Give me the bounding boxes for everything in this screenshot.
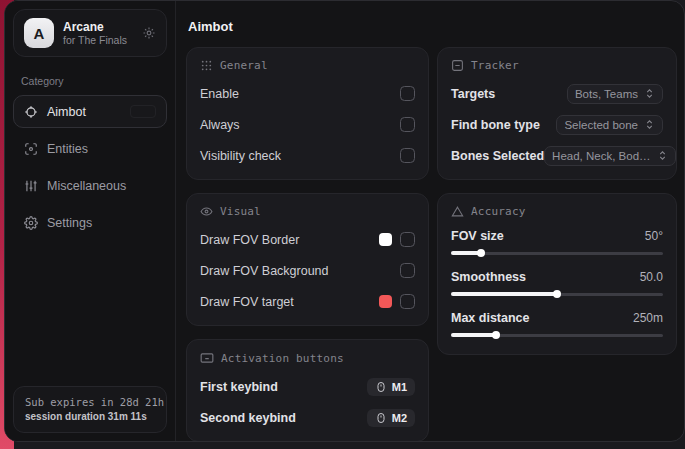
smoothness-slider[interactable] — [451, 288, 663, 300]
scan-eye-icon — [24, 142, 38, 156]
color-swatch[interactable] — [379, 295, 392, 308]
setting-row-targets: Targets Bots, Teams — [451, 83, 663, 104]
chevrons-up-down-icon — [644, 88, 655, 99]
sidebar-nav: Aimbot Entities Miscellaneous Settings — [5, 95, 175, 239]
setting-row-bones-selected: Bones Selected Head, Neck, Body, Pe... — [451, 145, 663, 166]
find-bone-type-select[interactable]: Selected bone — [556, 115, 663, 135]
app-subtitle: for The Finals — [63, 34, 133, 47]
card-accuracy: Accuracy FOV size 50° — [437, 193, 677, 355]
card-general: General Enable Always Visibility check — [186, 47, 429, 180]
card-activation-buttons: Activation buttons First keybind M1 Seco… — [186, 339, 429, 442]
slider-value: 50.0 — [640, 270, 663, 284]
setting-row-fov-size: FOV size 50° — [451, 229, 663, 259]
setting-row-smoothness: Smoothness 50.0 — [451, 270, 663, 300]
slider-value: 50° — [645, 229, 663, 243]
targets-select[interactable]: Bots, Teams — [567, 84, 663, 104]
sidebar-item-aimbot[interactable]: Aimbot — [13, 95, 167, 128]
sidebar: A Arcane for The Finals Category Aimbot — [5, 1, 176, 441]
slider-thumb[interactable] — [553, 290, 561, 298]
setting-row-second-keybind: Second keybind M2 — [200, 407, 415, 428]
card-title-label: Accuracy — [471, 205, 526, 218]
chevrons-up-down-icon — [644, 119, 655, 130]
app-title: Arcane — [63, 20, 133, 34]
gear-icon[interactable] — [142, 26, 156, 40]
keybind-value: M1 — [392, 381, 407, 393]
slider-thumb[interactable] — [492, 331, 500, 339]
setting-row-draw-fov-border: Draw FOV Border — [200, 229, 415, 250]
triangle-icon — [451, 205, 464, 218]
select-value: Head, Neck, Body, Pe... — [552, 150, 651, 162]
card-tracker: Tracker Targets Bots, Teams Find bone ty… — [437, 47, 677, 180]
select-value: Selected bone — [564, 119, 638, 131]
category-label: Category — [21, 75, 159, 87]
setting-row-first-keybind: First keybind M1 — [200, 376, 415, 397]
first-keybind-button[interactable]: M1 — [367, 378, 415, 396]
crosshair-icon — [24, 105, 38, 119]
setting-row-visibility-check: Visibility check — [200, 145, 415, 166]
sub-expiry-text: Sub expires in 28d 21h — [25, 395, 155, 410]
color-swatch[interactable] — [379, 233, 392, 246]
sidebar-item-entities[interactable]: Entities — [13, 132, 167, 165]
page-title: Aimbot — [188, 19, 677, 34]
sliders-icon — [24, 179, 38, 193]
setting-row-always: Always — [200, 114, 415, 135]
keybind-value: M2 — [392, 412, 407, 424]
second-keybind-button[interactable]: M2 — [367, 409, 415, 427]
session-duration-text: session duration 31m 11s — [25, 410, 155, 424]
card-title-label: Tracker — [471, 59, 519, 72]
max-distance-slider[interactable] — [451, 329, 663, 341]
select-value: Bots, Teams — [575, 88, 638, 100]
eye-icon — [200, 205, 213, 218]
sidebar-item-miscellaneous[interactable]: Miscellaneous — [13, 169, 167, 202]
card-title-label: Visual — [220, 205, 261, 218]
visibility-check-checkbox[interactable] — [400, 148, 415, 163]
sidebar-item-label: Settings — [47, 216, 92, 230]
setting-row-find-bone-type: Find bone type Selected bone — [451, 114, 663, 135]
app-logo: A — [24, 18, 54, 48]
card-title-label: General — [220, 59, 268, 72]
fov-size-slider[interactable] — [451, 247, 663, 259]
draw-fov-target-checkbox[interactable] — [400, 294, 415, 309]
mouse-icon — [375, 381, 387, 393]
setting-row-max-distance: Max distance 250m — [451, 311, 663, 341]
sidebar-item-label: Miscellaneous — [47, 179, 126, 193]
card-title-label: Activation buttons — [221, 352, 344, 365]
app-header[interactable]: A Arcane for The Finals — [13, 9, 167, 57]
sidebar-item-settings[interactable]: Settings — [13, 206, 167, 239]
app-window: A Arcane for The Finals Category Aimbot — [4, 0, 685, 442]
chevrons-up-down-icon — [657, 150, 668, 161]
draw-fov-border-checkbox[interactable] — [400, 232, 415, 247]
card-visual: Visual Draw FOV Border Draw FOV Backgrou… — [186, 193, 429, 326]
setting-row-enable: Enable — [200, 83, 415, 104]
grid-dots-icon — [200, 59, 213, 72]
draw-fov-background-checkbox[interactable] — [400, 263, 415, 278]
gear-icon — [24, 216, 38, 230]
subscription-info: Sub expires in 28d 21h session duration … — [13, 386, 167, 433]
hotkey-hint — [130, 105, 156, 118]
sidebar-item-label: Aimbot — [47, 105, 86, 119]
bones-selected-select[interactable]: Head, Neck, Body, Pe... — [544, 146, 676, 166]
setting-row-draw-fov-background: Draw FOV Background — [200, 260, 415, 281]
sidebar-item-label: Entities — [47, 142, 88, 156]
setting-row-draw-fov-target: Draw FOV target — [200, 291, 415, 312]
main-panel: Aimbot General Enable Alw — [176, 1, 685, 441]
mouse-icon — [375, 412, 387, 424]
always-checkbox[interactable] — [400, 117, 415, 132]
keyboard-icon — [200, 351, 214, 365]
slider-value: 250m — [633, 311, 663, 325]
enable-checkbox[interactable] — [400, 86, 415, 101]
slider-thumb[interactable] — [477, 249, 485, 257]
frame-minus-icon — [451, 59, 464, 72]
